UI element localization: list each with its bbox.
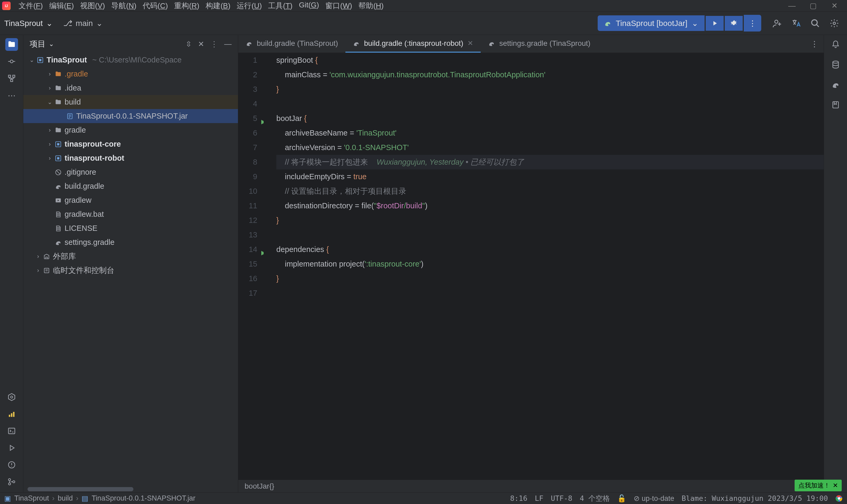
select-opened-file-icon[interactable]: ⇳: [185, 40, 192, 49]
tree-item[interactable]: ›tinasprout-robot: [23, 151, 238, 165]
services-tool-button[interactable]: [5, 391, 18, 403]
git-branch-selector[interactable]: ⎇ main ⌄: [63, 19, 103, 28]
translate-icon[interactable]: [791, 18, 801, 29]
git-tool-button[interactable]: [5, 475, 18, 488]
editor-tab[interactable]: build.gradle (TinaSprout): [238, 35, 345, 53]
tree-item[interactable]: settings.gradle: [23, 235, 238, 249]
chevron-down-icon: ⌄: [692, 19, 698, 28]
debug-button[interactable]: [725, 16, 743, 31]
structure-tool-button[interactable]: [5, 72, 18, 85]
run-tool-button[interactable]: [5, 442, 18, 454]
status-bar: ▣ TinaSprout › build › ▤ TinaSprout-0.0.…: [0, 492, 847, 504]
editor-body[interactable]: ✓ 12345▶67891011121314▶151617 springBoot…: [238, 53, 824, 480]
menu-item[interactable]: 帮助(H): [356, 0, 386, 12]
chevron-down-icon: ⌄: [49, 40, 54, 48]
chevron-down-icon: ⌄: [46, 19, 53, 28]
tree-item[interactable]: gradlew: [23, 193, 238, 207]
caret-position[interactable]: 8:16: [510, 494, 527, 502]
status-right: 8:16 LF UTF-8 4 个空格 🔓 ⊘ up-to-date Blame…: [510, 494, 843, 503]
menu-item[interactable]: 视图(V): [77, 0, 107, 12]
notifications-tool-button[interactable]: [829, 38, 842, 51]
nav-breadcrumb[interactable]: ▣ TinaSprout › build › ▤ TinaSprout-0.0.…: [4, 494, 195, 503]
readonly-toggle-icon[interactable]: 🔓: [617, 494, 626, 503]
build-status[interactable]: ⊘ up-to-date: [634, 494, 674, 503]
svg-point-23: [833, 61, 838, 63]
menu-item[interactable]: 代码(C): [140, 0, 170, 12]
close-icon[interactable]: ✕: [833, 482, 838, 489]
panel-options-icon[interactable]: ⋮: [211, 40, 218, 49]
branch-icon: ⎇: [63, 19, 73, 28]
tree-item[interactable]: ›tinasprout-core: [23, 137, 238, 151]
more-tool-button[interactable]: ⋯: [5, 89, 18, 102]
tree-item-scratch[interactable]: ›临时文件和控制台: [23, 264, 238, 277]
tree-item[interactable]: ›.gradle: [23, 67, 238, 81]
menu-item[interactable]: 重构(R): [172, 0, 202, 12]
code-with-me-icon[interactable]: [772, 18, 782, 29]
project-selector[interactable]: TinaSprout ⌄: [4, 19, 53, 28]
project-tree[interactable]: ⌄TinaSprout~ C:\Users\MI\CodeSpace›.grad…: [23, 53, 238, 492]
editor-tab[interactable]: settings.gradle (TinaSprout): [481, 35, 598, 53]
svg-point-7: [11, 396, 13, 398]
tree-item[interactable]: TinaSprout-0.0.1-SNAPSHOT.jar: [23, 109, 238, 123]
speedup-badge[interactable]: 点我加速！ ✕: [795, 480, 842, 491]
project-panel-title[interactable]: 项目 ⌄: [30, 39, 54, 50]
gradle-icon: [353, 40, 360, 47]
problems-tool-button[interactable]: [5, 458, 18, 471]
main-menu: 文件(F)编辑(E)视图(V)导航(N)代码(C)重构(R)构建(B)运行(U)…: [16, 0, 386, 12]
tree-item[interactable]: LICENSE: [23, 221, 238, 235]
indent-setting[interactable]: 4 个空格: [580, 494, 610, 503]
run-button[interactable]: [706, 16, 724, 31]
code-content[interactable]: springBoot { mainClass = 'com.wuxiangguj…: [264, 53, 824, 480]
gradle-icon: [488, 40, 495, 47]
close-button[interactable]: ✕: [829, 1, 840, 11]
menu-item[interactable]: 构建(B): [203, 0, 233, 12]
tree-root[interactable]: ⌄TinaSprout~ C:\Users\MI\CodeSpace: [23, 53, 238, 67]
svg-rect-4: [8, 75, 11, 77]
tree-item[interactable]: ›.idea: [23, 81, 238, 95]
tree-item[interactable]: gradlew.bat: [23, 207, 238, 221]
commit-tool-button[interactable]: [5, 55, 18, 68]
git-blame-status[interactable]: Blame: Wuxianggujun 2023/3/5 19:00: [682, 494, 828, 502]
hide-panel-icon[interactable]: —: [224, 40, 232, 49]
maximize-button[interactable]: ▢: [808, 1, 818, 11]
app-icon: IJ: [2, 2, 11, 10]
horizontal-scrollbar[interactable]: [28, 487, 133, 491]
file-encoding[interactable]: UTF-8: [551, 494, 572, 502]
menu-item[interactable]: 窗口(W): [323, 0, 355, 12]
search-icon[interactable]: [810, 18, 821, 29]
bookmarks-tool-button[interactable]: [829, 98, 842, 111]
project-tool-button[interactable]: [5, 38, 18, 51]
chrome-icon[interactable]: [835, 495, 843, 502]
editor-tab[interactable]: build.gradle (:tinasprout-robot)✕: [345, 35, 481, 53]
database-tool-button[interactable]: [829, 58, 842, 71]
menu-item[interactable]: 工具(T): [266, 0, 295, 12]
project-panel-header: 项目 ⌄ ⇳ ✕ ⋮ —: [23, 35, 238, 53]
build-tool-button[interactable]: [5, 408, 18, 420]
tree-item[interactable]: ›gradle: [23, 123, 238, 137]
line-separator[interactable]: LF: [535, 494, 543, 502]
menu-item[interactable]: 文件(F): [16, 0, 46, 12]
tree-item[interactable]: build.gradle: [23, 179, 238, 193]
tree-item[interactable]: ⌄build: [23, 95, 238, 109]
menu-item[interactable]: Git(G): [296, 0, 322, 12]
chevron-right-icon: ›: [52, 494, 55, 502]
more-run-options[interactable]: ⋮: [744, 15, 761, 32]
tree-item-external[interactable]: ›外部库: [23, 249, 238, 264]
menu-item[interactable]: 编辑(E): [47, 0, 76, 12]
menu-item[interactable]: 运行(U): [234, 0, 265, 12]
tab-options[interactable]: ⋮: [805, 35, 824, 53]
run-config-selector[interactable]: TinaSprout [bootJar] ⌄: [598, 15, 705, 31]
run-config-group: TinaSprout [bootJar] ⌄ ⋮: [598, 15, 761, 32]
minimize-button[interactable]: —: [787, 1, 797, 11]
chevron-down-icon: ⌄: [96, 19, 103, 28]
left-tool-rail: ⋯: [0, 35, 23, 492]
terminal-tool-button[interactable]: [5, 425, 18, 437]
gradle-tool-button[interactable]: [829, 78, 842, 91]
menu-item[interactable]: 导航(N): [109, 0, 139, 12]
close-panel-icon[interactable]: ✕: [198, 40, 204, 49]
close-tab-icon[interactable]: ✕: [467, 39, 473, 48]
tree-item[interactable]: .gitignore: [23, 165, 238, 179]
chevron-right-icon: ›: [76, 494, 78, 502]
jar-icon: ▤: [82, 494, 88, 503]
settings-icon[interactable]: [829, 18, 840, 29]
